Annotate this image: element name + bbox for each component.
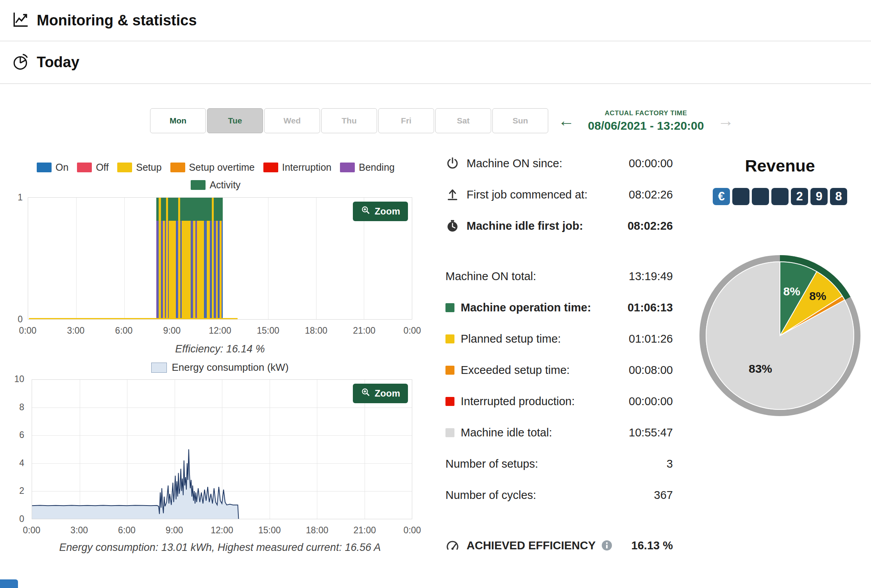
next-day-arrow[interactable]: →	[717, 113, 734, 129]
zoom-button-energy[interactable]: Zoom	[353, 384, 408, 403]
factory-time-value: 08/06/2021 - 13:20:00	[581, 119, 711, 132]
tab-fri[interactable]: Fri	[378, 108, 434, 133]
stat-label: Number of setups:	[445, 458, 538, 470]
x-tick: 18:00	[305, 325, 327, 336]
revenue-digit-box	[771, 188, 789, 205]
stat-label: ACHIEVED EFFICIENCY	[467, 539, 596, 552]
stat-value: 01:01:26	[629, 332, 673, 345]
app-header: Monitoring & statistics	[0, 0, 871, 41]
stat-label: Number of cycles:	[445, 489, 536, 502]
info-icon[interactable]	[601, 540, 613, 551]
gauge-icon	[445, 538, 467, 552]
energy-legend-label: Energy consumption (kW)	[172, 361, 288, 374]
revenue-digit-box: 2	[791, 188, 808, 205]
activity-x-axis: 0:003:006:009:0012:0015:0018:0021:000:00	[28, 325, 412, 338]
stats-panel-top: Machine ON since:00:00:00First job comme…	[445, 148, 673, 241]
stat-row: Number of cycles:367	[445, 479, 673, 511]
clock-icon	[445, 219, 467, 233]
y-tick: 0	[19, 514, 24, 524]
stat-row: ACHIEVED EFFICIENCY16.13 %	[445, 530, 673, 561]
stat-value: 08:02:26	[629, 188, 673, 201]
stat-row: Planned setup time:01:01:26	[445, 323, 673, 354]
legend-label: Bending	[359, 162, 395, 173]
revenue-title: Revenue	[698, 156, 862, 175]
stat-value: 3	[667, 458, 673, 470]
pie-slice-label: 83%	[749, 362, 772, 375]
legend-item-activity: Activity	[191, 179, 240, 191]
revenue-digit-box: 9	[810, 188, 828, 205]
tab-tue[interactable]: Tue	[207, 108, 263, 133]
overtime-swatch	[445, 366, 454, 375]
legend-item-on: On	[37, 162, 68, 173]
zoom-button-activity[interactable]: Zoom	[353, 202, 408, 221]
energy-x-axis: 0:003:006:009:0012:0015:0018:0021:000:00	[32, 525, 412, 538]
stat-label: Interrupted production:	[461, 395, 575, 408]
stat-value: 01:06:13	[628, 301, 673, 314]
stat-row: Machine ON total:13:19:49	[445, 261, 673, 292]
stat-value: 10:55:47	[629, 426, 673, 439]
y-tick: 8	[19, 402, 24, 413]
x-tick: 0:00	[19, 325, 37, 336]
bending-swatch	[340, 163, 355, 172]
stat-label: Exceeded setup time:	[461, 364, 570, 377]
status-legend-row1: OnOffSetupSetup overtimeInterruptionBend…	[18, 162, 413, 173]
x-tick: 3:00	[67, 325, 85, 336]
stat-row: Interrupted production:00:00:00	[445, 386, 673, 417]
x-tick: 0:00	[23, 525, 41, 536]
x-tick: 9:00	[166, 525, 183, 536]
tab-mon[interactable]: Mon	[150, 108, 206, 133]
stat-label: Machine operation time:	[461, 301, 591, 314]
monitoring-dashboard: Monitoring & statistics Today MonTueWedT…	[0, 0, 871, 588]
status-segment-setup	[207, 198, 210, 319]
energy-legend: Energy consumption (kW)	[28, 361, 412, 374]
stat-label: First job commenced at:	[467, 188, 587, 201]
stat-value: 00:08:00	[629, 364, 673, 377]
energy-y-axis: 0246810	[6, 379, 27, 519]
energy-chart: Zoom	[32, 379, 412, 519]
stat-value: 00:00:00	[629, 395, 673, 408]
legend-label: Setup	[136, 162, 161, 173]
y-tick: 10	[14, 374, 24, 384]
tab-wed[interactable]: Wed	[264, 108, 320, 133]
energy-swatch	[151, 363, 167, 373]
y-tick: 2	[19, 486, 24, 496]
factory-time: ← ACTUAL FACTORY TIME 08/06/2021 - 13:20…	[558, 108, 734, 133]
section-header: Today	[0, 41, 871, 84]
stat-row: Number of setups:3	[445, 448, 673, 479]
activity-swatch	[191, 180, 206, 190]
time-distribution-pie: 8%8%83%	[698, 254, 862, 418]
stat-row: Exceeded setup time:00:08:00	[445, 354, 673, 386]
y-tick: 6	[19, 430, 24, 440]
x-tick: 9:00	[163, 325, 181, 336]
x-tick: 6:00	[118, 525, 136, 536]
status-legend-row2: Activity	[18, 179, 413, 191]
tab-sat[interactable]: Sat	[435, 108, 491, 133]
prev-day-arrow[interactable]: ←	[558, 113, 574, 129]
tab-thu[interactable]: Thu	[321, 108, 377, 133]
stat-row: Machine idle total:10:55:47	[445, 417, 673, 448]
pie-slice-label: 8%	[809, 290, 826, 303]
legend-label: Activity	[209, 179, 240, 191]
status-segment-on	[222, 198, 222, 319]
setup-swatch	[117, 163, 132, 172]
stat-row: Machine operation time:01:06:13	[445, 292, 673, 323]
currency-box: €	[713, 188, 730, 205]
tab-sun[interactable]: Sun	[492, 108, 548, 133]
pie-slice-label: 8%	[783, 285, 800, 298]
stat-value: 367	[654, 489, 673, 502]
stat-label: Machine ON since:	[467, 157, 562, 170]
revenue-digit-box	[752, 188, 769, 205]
stat-value: 13:19:49	[629, 270, 673, 283]
x-tick: 0:00	[404, 325, 421, 336]
status-segment-setup	[169, 198, 176, 319]
legend-label: Off	[96, 162, 109, 173]
x-tick: 12:00	[211, 525, 233, 536]
y-tick: 4	[19, 458, 24, 468]
on-swatch	[37, 163, 52, 172]
overtime-swatch	[170, 163, 185, 172]
stat-label: Planned setup time:	[461, 332, 561, 345]
baseline-segment	[29, 318, 238, 319]
stat-value: 16.13 %	[631, 539, 673, 552]
activity-swatch	[445, 303, 454, 312]
status-segment-setup	[182, 198, 191, 319]
